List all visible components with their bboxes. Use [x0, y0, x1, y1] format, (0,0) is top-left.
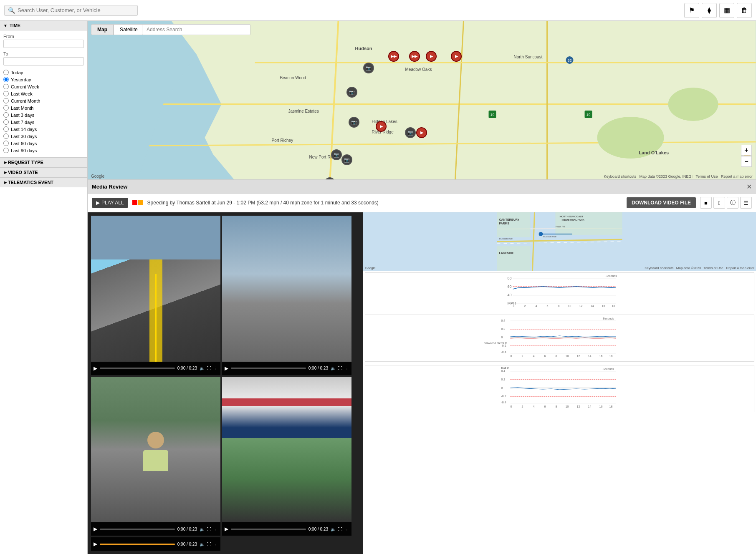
- video-expand-5[interactable]: ⛶: [207, 542, 211, 546]
- video-volume-3[interactable]: 🔈: [200, 527, 205, 531]
- radio-yesterday[interactable]: Yesterday: [3, 76, 84, 83]
- map-marker-1[interactable]: ▶▶: [388, 51, 400, 63]
- video-cell-2[interactable]: ▶ 0:00 / 0:23 🔈 ⛶ ⋮: [222, 216, 351, 375]
- svg-text:6: 6: [547, 305, 549, 307]
- svg-rect-33: [497, 212, 531, 237]
- video-play-1[interactable]: ▶: [94, 365, 97, 371]
- video-cell-4[interactable]: ▶ 0:00 / 0:23 🔈 ⛶ ⋮: [222, 377, 351, 536]
- video-thumb-1: [91, 216, 220, 362]
- map-marker-4[interactable]: ▶: [451, 51, 463, 63]
- video-progress-4[interactable]: [231, 529, 306, 530]
- map-marker-13[interactable]: 📷: [324, 177, 336, 179]
- video-volume-1[interactable]: 🔈: [200, 366, 205, 370]
- svg-text:14: 14: [588, 355, 592, 358]
- svg-text:4: 4: [533, 405, 535, 408]
- grid-view-button[interactable]: ■: [700, 197, 712, 209]
- svg-text:Hays Rd: Hays Rd: [556, 225, 565, 228]
- map-tab-controls: Map Satellite: [91, 24, 144, 35]
- video-progress-2[interactable]: [231, 368, 306, 369]
- to-input[interactable]: [3, 57, 84, 65]
- zoom-in-button[interactable]: +: [741, 145, 752, 156]
- svg-text:0.4: 0.4: [501, 319, 506, 322]
- map-marker-8[interactable]: ▶: [376, 121, 387, 133]
- video-cell-1[interactable]: ▶ 0:00 / 0:23 🔈 ⛶ ⋮: [91, 216, 220, 375]
- global-search-wrap[interactable]: 🔍: [4, 5, 138, 16]
- video-progress-3[interactable]: [100, 529, 175, 530]
- radio-last-60[interactable]: Last 60 days: [3, 140, 84, 147]
- video-menu-4[interactable]: ⋮: [345, 527, 349, 531]
- from-input[interactable]: [3, 40, 84, 48]
- video-state-header[interactable]: ► VIDEO STATE: [0, 167, 87, 177]
- radio-current-week[interactable]: Current Week: [3, 83, 84, 90]
- zoom-out-button[interactable]: −: [741, 156, 752, 167]
- map-marker-5[interactable]: 📷: [363, 63, 375, 74]
- svg-text:10: 10: [566, 405, 569, 408]
- radio-last-7[interactable]: Last 7 days: [3, 118, 84, 126]
- svg-text:LAKESIDE: LAKESIDE: [499, 252, 514, 254]
- video-progress-5[interactable]: [100, 544, 175, 545]
- satellite-tab[interactable]: Satellite: [114, 24, 144, 35]
- video-thumb-3: [91, 377, 220, 523]
- radio-last-month[interactable]: Last Month: [3, 104, 84, 111]
- radio-last-14[interactable]: Last 14 days: [3, 126, 84, 133]
- map-marker-9[interactable]: 📷: [405, 127, 417, 139]
- video-cell-5[interactable]: ▶ 0:00 / 0:23 🔈 ⛶ ⋮: [91, 537, 220, 551]
- address-search-input[interactable]: [142, 24, 250, 35]
- video-expand-4[interactable]: ⛶: [338, 527, 342, 531]
- map-tab[interactable]: Map: [91, 24, 114, 35]
- map-marker-11[interactable]: 📷: [331, 149, 343, 161]
- video-cell-3[interactable]: ▶ 0:00 / 0:23 🔈 ⛶ ⋮: [91, 377, 220, 536]
- video-expand-1[interactable]: ⛶: [207, 366, 211, 370]
- apple-button[interactable]: : [713, 197, 725, 209]
- video-play-2[interactable]: ▶: [225, 365, 228, 371]
- map-background[interactable]: Hudson Beacon Wood Meadow Oaks North Sun…: [88, 21, 756, 179]
- map-marker-10[interactable]: ▶: [416, 127, 428, 139]
- filter-button[interactable]: ▦: [719, 3, 734, 18]
- map-marker-7[interactable]: 📷: [349, 117, 360, 128]
- radio-current-month[interactable]: Current Month: [3, 97, 84, 104]
- video-play-5[interactable]: ▶: [94, 541, 97, 547]
- video-play-3[interactable]: ▶: [94, 526, 97, 532]
- video-volume-5[interactable]: 🔈: [200, 542, 205, 546]
- telematics-event-header[interactable]: ► TELEMATICS EVENT: [0, 177, 87, 187]
- time-section-header[interactable]: ▼ TIME: [0, 21, 87, 30]
- svg-text:Roll G: Roll G: [501, 367, 509, 370]
- video-volume-4[interactable]: 🔈: [331, 527, 336, 531]
- video-play-4[interactable]: ▶: [225, 526, 228, 532]
- map-marker-2[interactable]: ▶▶: [409, 51, 421, 63]
- play-all-button[interactable]: ▶ PLAY ALL: [92, 198, 128, 208]
- flag-button[interactable]: ⚑: [684, 3, 699, 18]
- map-marker-3[interactable]: ▶: [426, 51, 437, 63]
- video-expand-2[interactable]: ⛶: [338, 366, 342, 370]
- video-controls-3: ▶ 0:00 / 0:23 🔈 ⛶ ⋮: [91, 522, 220, 536]
- svg-text:8: 8: [556, 405, 557, 408]
- svg-text:MPH: MPH: [508, 301, 516, 305]
- svg-text:4: 4: [533, 355, 535, 358]
- radio-last-week[interactable]: Last Week: [3, 90, 84, 97]
- global-search-input[interactable]: [18, 7, 134, 13]
- request-type-header[interactable]: ► REQUEST TYPE: [0, 157, 87, 167]
- svg-text:NORTH SUNCOAST: NORTH SUNCOAST: [560, 215, 584, 218]
- radio-last-30[interactable]: Last 30 days: [3, 133, 84, 140]
- map-marker-6[interactable]: 📷: [346, 87, 358, 98]
- info-button[interactable]: ⓘ: [727, 197, 738, 209]
- radio-today[interactable]: Today: [3, 69, 84, 76]
- map-marker-12[interactable]: 📷: [341, 154, 353, 166]
- video-menu-3[interactable]: ⋮: [214, 527, 218, 531]
- svg-text:14: 14: [591, 305, 594, 307]
- video-progress-1[interactable]: [100, 368, 175, 369]
- download-video-button[interactable]: DOWNLOAD VIDEO FILE: [627, 197, 696, 208]
- video-menu-5[interactable]: ⋮: [214, 542, 218, 546]
- list-view-button[interactable]: ☰: [740, 197, 752, 209]
- delete-button[interactable]: 🗑: [737, 3, 752, 18]
- video-volume-2[interactable]: 🔈: [331, 366, 336, 370]
- svg-text:-0.2: -0.2: [501, 395, 506, 398]
- mini-map[interactable]: CANTERBURY FARMS NORTH SUNCOAST INDUSTRI…: [363, 212, 756, 271]
- radio-last-3[interactable]: Last 3 days: [3, 111, 84, 118]
- radio-last-90[interactable]: Last 90 days: [3, 147, 84, 154]
- diamond-button[interactable]: ⧫: [702, 3, 717, 18]
- video-expand-3[interactable]: ⛶: [207, 527, 211, 531]
- video-menu-2[interactable]: ⋮: [345, 366, 349, 370]
- media-review-close-button[interactable]: ✕: [746, 183, 752, 191]
- video-menu-1[interactable]: ⋮: [214, 366, 218, 370]
